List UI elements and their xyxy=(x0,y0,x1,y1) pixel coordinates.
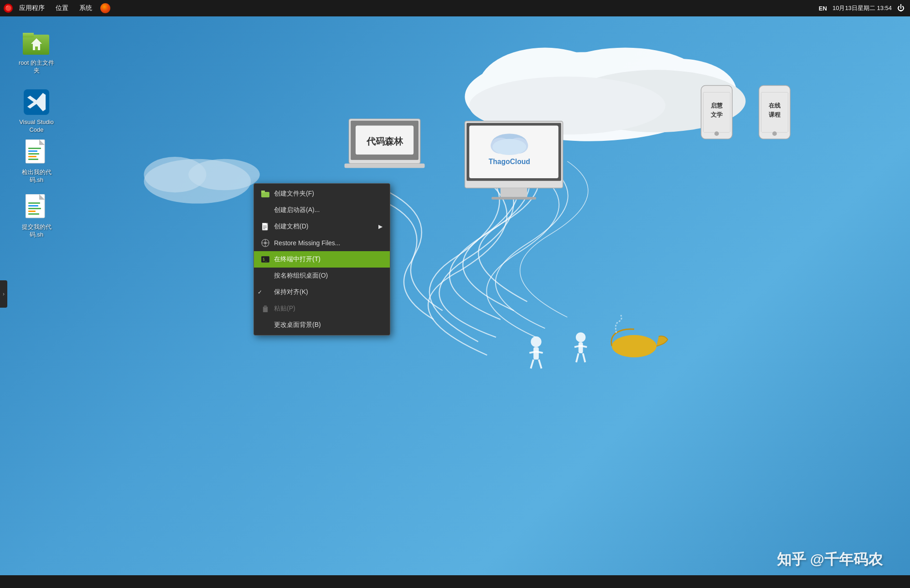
svg-rect-61 xyxy=(28,153,39,155)
svg-rect-77 xyxy=(263,228,265,229)
svg-rect-76 xyxy=(263,227,267,228)
taskbar-location[interactable]: 位置 xyxy=(51,2,73,14)
desktop-icon-vscode[interactable]: Visual Studio Code xyxy=(14,85,59,137)
svg-rect-63 xyxy=(28,159,38,160)
menu-create-launcher-label: 创建启动器(A)... xyxy=(274,206,320,214)
home-folder-svg xyxy=(23,30,50,56)
svg-rect-87 xyxy=(264,305,267,308)
submit-script-svg xyxy=(26,194,47,220)
svg-rect-70 xyxy=(28,213,39,215)
paste-icon xyxy=(261,304,269,313)
taskbar-lang[interactable]: EN xyxy=(819,5,827,12)
restore-icon xyxy=(261,239,269,247)
svg-rect-73 xyxy=(262,223,268,230)
desktop-icon-home[interactable]: root 的主文件夹 xyxy=(14,26,59,77)
svg-rect-75 xyxy=(263,226,267,227)
empty-icon-4 xyxy=(261,321,269,329)
menu-create-folder[interactable]: 创建文件夹(F) xyxy=(254,186,390,202)
vscode-label: Visual Studio Code xyxy=(16,119,57,134)
svg-rect-59 xyxy=(28,148,41,149)
submit-label: 提交我的代码.sh xyxy=(16,223,57,239)
checkout-label: 检出我的代码.sh xyxy=(16,169,57,184)
checkout-script-svg xyxy=(26,139,47,165)
menu-paste-label: 粘贴(P) xyxy=(274,304,295,313)
menu-keep-align-label: 保持对齐(K) xyxy=(274,288,308,296)
menu-restore-label: Restore Missing Files... xyxy=(274,239,340,247)
svg-rect-66 xyxy=(28,202,40,204)
svg-rect-72 xyxy=(261,191,265,193)
taskbar-apps[interactable]: 应用程序 xyxy=(15,2,49,14)
menu-organize-label: 按名称组织桌面(O) xyxy=(274,272,328,280)
menu-create-folder-label: 创建文件夹(F) xyxy=(274,190,314,198)
empty-icon-3: ✓ xyxy=(261,288,269,296)
desktop-icon-submit[interactable]: 提交我的代码.sh xyxy=(14,190,59,242)
menu-create-launcher[interactable]: 创建启动器(A)... xyxy=(254,202,390,218)
watermark: 知乎 @千年码农 xyxy=(777,550,883,570)
folder-icon xyxy=(261,190,269,198)
empty-icon xyxy=(261,206,269,214)
taskbar-system[interactable]: 系统 xyxy=(75,2,97,14)
svg-rect-69 xyxy=(28,211,36,212)
svg-rect-55 xyxy=(35,46,38,50)
empty-icon-2 xyxy=(261,272,269,280)
menu-paste: 粘贴(P) xyxy=(254,300,390,317)
terminal-icon: $_ xyxy=(261,255,269,263)
vscode-svg xyxy=(24,89,49,115)
submenu-arrow: ▶ xyxy=(378,223,383,230)
svg-rect-62 xyxy=(28,156,36,157)
svg-point-79 xyxy=(264,242,267,244)
svg-rect-52 xyxy=(23,33,34,37)
svg-text:$_: $_ xyxy=(263,258,267,262)
menu-create-doc-label: 创建文档(D) xyxy=(274,222,308,231)
menu-open-terminal[interactable]: $_ 在终端中打开(T) xyxy=(254,251,390,268)
chevron-right-icon: › xyxy=(3,291,5,297)
taskbar: 🔴 应用程序 位置 系统 EN 10月13日星期二 13:54 ⏻ xyxy=(0,0,910,16)
svg-rect-68 xyxy=(28,208,41,209)
menu-terminal-label: 在终端中打开(T) xyxy=(274,255,321,263)
doc-icon xyxy=(261,222,269,231)
sidebar-collapse-button[interactable]: › xyxy=(0,280,7,308)
taskbar-datetime: 10月13日星期二 13:54 xyxy=(832,4,892,12)
menu-organize[interactable]: 按名称组织桌面(O) xyxy=(254,268,390,284)
gnome-icon: 🔴 xyxy=(4,4,13,13)
home-folder-label: root 的主文件夹 xyxy=(16,59,57,75)
svg-rect-60 xyxy=(28,150,37,152)
checkmark-icon: ✓ xyxy=(258,289,262,295)
taskbar-power[interactable]: ⏻ xyxy=(897,4,905,12)
menu-create-doc[interactable]: 创建文档(D) ▶ xyxy=(254,218,390,235)
bottom-taskbar xyxy=(0,575,910,588)
desktop-icon-checkout[interactable]: 检出我的代码.sh xyxy=(14,135,59,187)
context-menu: 创建文件夹(F) 创建启动器(A)... 创建文档(D) ▶ xyxy=(253,183,390,335)
menu-keep-align[interactable]: ✓ 保持对齐(K) xyxy=(254,284,390,300)
svg-rect-67 xyxy=(28,205,38,206)
menu-change-bg[interactable]: 更改桌面背景(B) xyxy=(254,317,390,333)
menu-restore-files[interactable]: Restore Missing Files... xyxy=(254,235,390,251)
desktop-background xyxy=(0,0,910,588)
firefox-icon[interactable] xyxy=(100,3,110,13)
menu-change-bg-label: 更改桌面背景(B) xyxy=(274,321,321,329)
